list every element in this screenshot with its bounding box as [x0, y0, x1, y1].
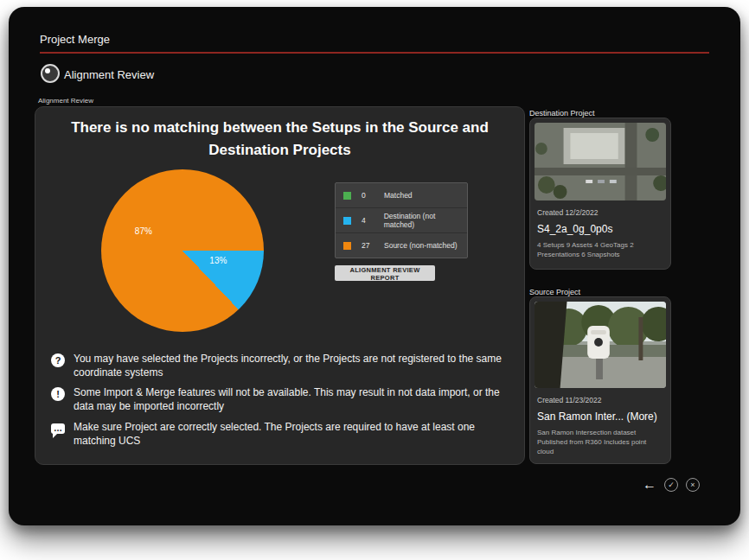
legend-value: 27 [362, 241, 384, 250]
legend-color-destination-icon [343, 217, 351, 225]
legend-color-matched-icon [343, 192, 351, 200]
alignment-review-panel: There is no matching between the Setups … [35, 106, 525, 465]
legend-row-matched: 0 Matched [336, 183, 467, 208]
project-merge-window: Project Merge Alignment Review Alignment… [9, 7, 740, 525]
window-title: Project Merge [40, 33, 110, 46]
legend-label: Destination (not matched) [384, 212, 467, 229]
pie-label-destination: 13% [209, 256, 227, 265]
header-divider [40, 52, 709, 54]
alignment-review-icon [41, 64, 60, 83]
footer-actions: ← ✓ × [643, 478, 700, 492]
chart-legend: 0 Matched 4 Destination (not matched) 27… [335, 182, 468, 258]
source-project-label: Source Project [529, 288, 580, 296]
source-created-date: Created 11/23/2022 [537, 396, 663, 404]
legend-value: 0 [362, 191, 384, 200]
legend-label: Matched [384, 191, 413, 200]
question-icon: ? [51, 353, 65, 367]
close-icon: × [686, 478, 700, 492]
destination-thumbnail [535, 123, 666, 200]
aerial-view-image [535, 123, 666, 200]
check-icon: ✓ [664, 478, 678, 492]
cancel-button[interactable]: × [686, 478, 700, 492]
destination-project-card: Created 12/2/2022 S4_2a_0g_0p0s 4 Setups… [529, 118, 671, 270]
pie-label-source: 87% [135, 226, 152, 236]
alignment-review-report-button[interactable]: ALIGNMENT REVIEW REPORT [335, 265, 435, 281]
comment-icon: … [51, 423, 65, 434]
legend-value: 4 [362, 216, 384, 225]
section-label: Alignment Review [38, 97, 93, 105]
source-project-name[interactable]: San Ramon Inter... (More) [537, 410, 663, 423]
legend-row-source: 27 Source (non-matched) [336, 233, 467, 258]
note-text: Some Import & Merge features will not be… [74, 386, 510, 413]
source-thumbnail [535, 302, 666, 388]
destination-project-details: 4 Setups 9 Assets 4 GeoTags 2 Presentati… [537, 241, 663, 260]
back-button[interactable]: ← [643, 478, 656, 492]
pie-chart: 87% 13% [101, 169, 264, 332]
source-project-details: San Ramon Intersection dataset Published… [537, 429, 663, 456]
destination-created-date: Created 12/2/2022 [537, 208, 663, 217]
exclamation-icon: ! [51, 387, 65, 401]
legend-row-destination: 4 Destination (not matched) [336, 208, 467, 233]
back-icon: ← [643, 478, 656, 492]
section-title: Alignment Review [64, 68, 154, 81]
destination-project-label: Destination Project [529, 109, 595, 118]
note-text: Make sure Project are correctly selected… [74, 421, 510, 448]
source-project-card: Created 11/23/2022 San Ramon Inter... (M… [529, 296, 671, 464]
legend-label: Source (non-matched) [384, 241, 458, 250]
scanner-photo-image [535, 302, 666, 388]
panel-heading: There is no matching between the Setups … [35, 117, 524, 162]
accept-button[interactable]: ✓ [664, 478, 678, 492]
legend-color-source-icon [343, 242, 351, 250]
destination-project-name: S4_2a_0g_0p0s [537, 223, 663, 235]
note-text: You may have selected the Projects incor… [74, 353, 510, 379]
